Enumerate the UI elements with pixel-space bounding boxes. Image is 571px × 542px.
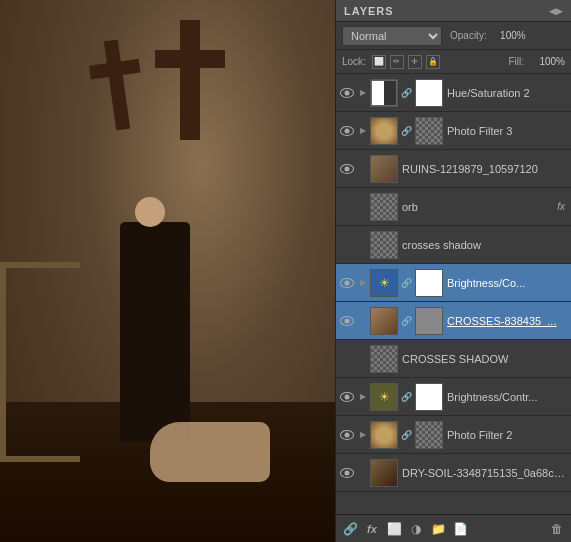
layer-mask-thumb [415, 421, 443, 449]
layer-image-thumb [370, 459, 398, 487]
visibility-toggle[interactable] [338, 164, 356, 174]
eye-icon [340, 468, 354, 478]
layer-adj-thumb [370, 117, 398, 145]
expand-arrow[interactable]: ▶ [356, 278, 370, 287]
lock-all-icon[interactable]: 🔒 [426, 55, 440, 69]
layer-row[interactable]: ▶ 🔗 Photo Filter 3 [336, 112, 571, 150]
layer-row[interactable]: ▶ 🔗 Hue/Saturation 2 [336, 74, 571, 112]
chain-icon: 🔗 [400, 126, 413, 136]
opacity-value[interactable]: 100% [491, 30, 526, 41]
chain-icon: 🔗 [400, 392, 413, 402]
layer-adj-thumb [370, 79, 398, 107]
visibility-toggle[interactable] [338, 126, 356, 136]
eye-icon [340, 126, 354, 136]
layer-row[interactable]: CROSSES SHADOW [336, 340, 571, 378]
new-adjustment-button[interactable]: ◑ [406, 519, 426, 539]
layer-name: Photo Filter 3 [443, 125, 569, 137]
add-fx-button[interactable]: fx [362, 519, 382, 539]
layer-row[interactable]: ▶ 🔗 Photo Filter 2 [336, 416, 571, 454]
new-group-button[interactable]: 📁 [428, 519, 448, 539]
layer-mask-thumb [415, 117, 443, 145]
expand-arrow[interactable]: ▶ [356, 88, 370, 97]
lock-row: Lock: ⬜ ✏ ✛ 🔒 Fill: 100% [336, 50, 571, 74]
expand-arrow[interactable]: ▶ [356, 392, 370, 401]
chain-icon: 🔗 [400, 316, 413, 326]
layer-name: RUINS-1219879_10597120 [398, 163, 569, 175]
chain-icon: 🔗 [400, 88, 413, 98]
panel-collapse-arrows[interactable]: ◀▶ [549, 6, 563, 16]
layer-name: Brightness/Co... [443, 277, 569, 289]
layer-name: CROSSES-838435_... [443, 315, 569, 327]
fx-badge: fx [557, 201, 565, 212]
layer-thumbnail-area: 🔗 [370, 421, 443, 449]
layer-row[interactable]: 🔗 CROSSES-838435_... [336, 302, 571, 340]
layer-image-thumb [370, 231, 398, 259]
layer-thumbnail-area: 🔗 [370, 383, 443, 411]
layer-image-thumb [370, 193, 398, 221]
layer-row[interactable]: ▶ 🔗 Brightness/Contr... [336, 378, 571, 416]
layer-adj-thumb [370, 383, 398, 411]
layer-thumbnail-area: 🔗 [370, 307, 443, 335]
layer-thumbnail-area: 🔗 [370, 79, 443, 107]
layer-mask-thumb [415, 383, 443, 411]
eye-icon [340, 88, 354, 98]
eye-icon [340, 430, 354, 440]
blend-mode-select[interactable]: Normal Multiply Screen [342, 26, 442, 46]
visibility-toggle[interactable] [338, 88, 356, 98]
layer-thumbnail-area [370, 231, 398, 259]
eye-icon [340, 316, 354, 326]
lock-transparent-icon[interactable]: ⬜ [372, 55, 386, 69]
layers-toolbar: 🔗 fx ⬜ ◑ 📁 📄 🗑 [336, 514, 571, 542]
chain-icon: 🔗 [400, 430, 413, 440]
layer-row[interactable]: ▶ 🔗 Brightness/Co... [336, 264, 571, 302]
add-mask-button[interactable]: ⬜ [384, 519, 404, 539]
link-layers-button[interactable]: 🔗 [340, 519, 360, 539]
visibility-toggle[interactable] [338, 392, 356, 402]
layer-mask-thumb [415, 307, 443, 335]
eye-icon [340, 392, 354, 402]
layer-thumbnail-area [370, 155, 398, 183]
lock-label: Lock: [342, 56, 366, 67]
layer-name: DRY-SOIL-3348715135_0a68ca5... [398, 467, 569, 479]
layer-name: crosses shadow [398, 239, 569, 251]
layer-thumbnail-area: 🔗 [370, 269, 443, 297]
layer-row[interactable]: orb fx [336, 188, 571, 226]
panel-title: LAYERS [344, 5, 394, 17]
panel-header: LAYERS ◀▶ [336, 0, 571, 22]
toolbar-left-icons: 🔗 fx ⬜ ◑ 📁 📄 [340, 519, 470, 539]
layer-image-thumb [370, 155, 398, 183]
layer-adj-thumb [370, 269, 398, 297]
lock-icons: ⬜ ✏ ✛ 🔒 [372, 55, 440, 69]
lock-pixels-icon[interactable]: ✏ [390, 55, 404, 69]
layer-thumbnail-area [370, 193, 398, 221]
layer-thumbnail-area [370, 345, 398, 373]
blend-mode-row: Normal Multiply Screen Opacity: 100% [336, 22, 571, 50]
visibility-toggle[interactable] [338, 430, 356, 440]
fill-value[interactable]: 100% [530, 56, 565, 67]
layer-name: orb [398, 201, 557, 213]
opacity-label: Opacity: [450, 30, 487, 41]
layer-mask-thumb [415, 269, 443, 297]
expand-arrow[interactable]: ▶ [356, 126, 370, 135]
new-layer-button[interactable]: 📄 [450, 519, 470, 539]
layer-row[interactable]: DRY-SOIL-3348715135_0a68ca5... [336, 454, 571, 492]
layer-name: CROSSES SHADOW [398, 353, 569, 365]
fill-label: Fill: [508, 56, 524, 67]
layer-name: Brightness/Contr... [443, 391, 569, 403]
layer-name: Hue/Saturation 2 [443, 87, 569, 99]
eye-icon [340, 164, 354, 174]
delete-layer-button[interactable]: 🗑 [547, 519, 567, 539]
layer-mask-thumb [415, 79, 443, 107]
visibility-toggle[interactable] [338, 316, 356, 326]
layer-thumbnail-area: 🔗 [370, 117, 443, 145]
layer-row[interactable]: RUINS-1219879_10597120 [336, 150, 571, 188]
layer-name: Photo Filter 2 [443, 429, 569, 441]
lock-position-icon[interactable]: ✛ [408, 55, 422, 69]
eye-icon [340, 278, 354, 288]
visibility-toggle[interactable] [338, 278, 356, 288]
visibility-toggle[interactable] [338, 468, 356, 478]
layer-row[interactable]: crosses shadow [336, 226, 571, 264]
expand-arrow[interactable]: ▶ [356, 430, 370, 439]
chain-icon: 🔗 [400, 278, 413, 288]
layer-thumbnail-area [370, 459, 398, 487]
